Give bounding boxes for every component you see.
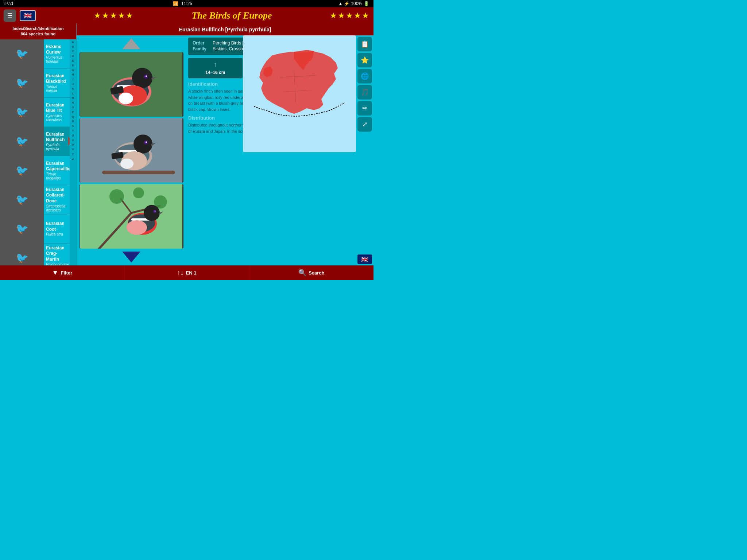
filter-button[interactable]: ▼ Filter [0,265,125,280]
favorites-button[interactable]: ⭐ [357,53,372,67]
bird-photo-1 [80,52,183,117]
bird-thumb-emoji: 🐦 [0,97,44,127]
stars-right: ★★★★★ [330,11,370,20]
device-label: iPad [4,1,13,6]
alphabet-letter[interactable]: I [73,77,73,82]
bird-latin-name: Cyanistes caeruleus [46,114,67,122]
alphabet-letter[interactable]: M [72,96,74,101]
stars-left: ★★★★★ [94,11,134,20]
alphabet-letter[interactable]: B [72,45,74,50]
svg-point-37 [155,210,156,211]
alphabet-letter[interactable]: R [72,119,74,124]
app-title: The Birds of Europe [191,10,272,21]
bird-thumbnail: 🐦 [0,185,44,214]
alphabet-letter[interactable]: N [72,101,74,105]
bird-list-item[interactable]: 🐦 Eurasian Capercaillie Tetrao urogallus [0,156,70,185]
alphabet-letter[interactable]: K [72,87,74,92]
bird-list-item[interactable]: 🐦 Eurasian Collared-Dove Streptopelia de… [0,185,70,214]
menu-button[interactable]: ☰ [4,9,16,22]
sort-label: EN 1 [186,270,197,276]
sort-button[interactable]: ↑↓ EN 1 [125,265,249,280]
alphabet-letter[interactable]: P [72,110,74,115]
alphabet-letter[interactable]: G [72,68,74,73]
svg-point-6 [119,93,133,104]
svg-point-27 [109,189,124,204]
alphabet-letter[interactable]: Q [72,115,74,120]
bottom-toolbar: ▼ Filter ↑↓ EN 1 🔍 Search [0,265,374,280]
bird-info: Eurasian Blue Tit Cyanistes caeruleus [44,101,70,123]
sounds-button[interactable]: 🎵 [357,85,372,100]
alphabet-letter[interactable]: A [72,40,74,45]
bird-common-name: Eurasian Coot [46,221,67,232]
bird-common-name: Eurasian Crag-Martin [46,245,69,262]
alphabet-letter[interactable]: J [72,82,74,87]
bird-thumbnail: 🐦 [0,127,44,156]
map-overlay: nesting areas boundary of wintering area [243,35,356,152]
bird-photo-3 [80,184,183,249]
left-panel: Index/Search/Identification 864 species … [0,24,77,265]
bird-list-item[interactable]: 🐦 Eurasian Bullfinch Pyrrhula pyrrhula [0,127,70,156]
alphabet-letter[interactable]: E [72,59,74,63]
alphabet-letter[interactable]: Z [72,157,74,162]
wifi-icon: 📶 [173,1,178,6]
alphabet-letter[interactable]: F [72,63,74,68]
bird-list: 🐦 Eskimo Curlew Numenius borealis 🐦 Eura… [0,39,70,265]
bird-common-name: Eurasian Capercaillie [46,161,70,172]
search-header-line1: Index/Search/Identification [1,26,75,31]
search-button[interactable]: 🔍 Search [249,265,374,280]
alphabet-letter[interactable]: D [72,54,74,59]
height-value: 14–16 cm [190,70,241,75]
search-label: Search [309,270,324,276]
bird-photo-2 [80,118,183,183]
bird-thumb-emoji: 🐦 [0,156,44,185]
alphabet-letter[interactable]: X [72,147,74,152]
bird-list-item[interactable]: 🐦 Eurasian Blue Tit Cyanistes caeruleus [0,98,70,127]
bird-latin-name: Streptopelia decaocto [46,204,67,212]
bird-list-item[interactable]: 🐦 Eurasian Coot Fulica atra [0,214,70,244]
alphabet-letter[interactable]: L [72,92,74,96]
detail-body: Order Perching Birds [Passeriformes] Fam… [77,35,374,265]
alphabet-letter[interactable]: V [72,138,74,143]
language-flag[interactable]: 🇬🇧 [20,10,36,21]
alphabet-letter[interactable]: H [72,73,74,77]
detail-header: Eurasian Bullfinch [Pyrrhula pyrrhula] [77,24,374,35]
measure-height: ↑ 14–16 cm [188,58,243,78]
bird-common-name: Eurasian Collared-Dove [46,187,67,204]
bird-latin-name: Tetrao urogallus [46,172,70,180]
bird-thumb-emoji: 🐦 [0,68,44,97]
svg-point-18 [120,159,133,169]
family-label: Family [193,46,213,51]
alphabet-letter[interactable]: Y [72,152,74,157]
order-label: Order [193,40,213,46]
bird-common-name: Eurasian Blue Tit [46,102,67,114]
bird-latin-name: Fulica atra [46,232,67,236]
alphabet-nav[interactable]: ABCDEFGHIJKLMNOPQRSTUVWXYZ [70,39,76,265]
status-bar: iPad 📶 11:25 ▲ ⚡ 100% 🔋 [0,0,374,7]
svg-point-4 [132,68,152,88]
bird-latin-name: Pyrrhula pyrrhula [46,143,67,151]
search-header-line2: 864 species found [1,31,75,37]
photo-nav-down[interactable] [122,252,140,262]
bird-list-item[interactable]: 🐦 Eskimo Curlew Numenius borealis [0,39,70,69]
map-button[interactable]: 🌐 [357,69,372,83]
notes-button[interactable]: 📋 [357,37,372,51]
photos-column [77,35,186,265]
svg-point-33 [144,205,160,221]
bird-list-item[interactable]: 🐦 Eurasian Blackbird Turdus merula [0,69,70,98]
bird-list-item[interactable]: 🐦 Eurasian Crag-Martin Ptyonoprogne rupe… [0,244,70,265]
alphabet-letter[interactable]: T [72,129,74,133]
sidebar-flag[interactable]: 🇬🇧 [357,254,372,264]
alphabet-letter[interactable]: O [72,105,74,110]
time-display: 11:25 [181,1,192,6]
alphabet-letter[interactable]: S [72,124,74,129]
compare-button[interactable]: ⤢ [357,117,372,132]
edit-button[interactable]: ✏ [357,101,372,116]
bird-common-name: Eurasian Blackbird [46,73,67,85]
alphabet-letter[interactable]: C [72,49,74,54]
alphabet-letter[interactable]: U [72,133,74,138]
alphabet-letter[interactable]: W [71,143,74,147]
bird-info: Eurasian Crag-Martin Ptyonoprogne rupest… [44,244,70,265]
active-indicator [68,137,70,145]
photo-nav-up[interactable] [122,38,140,49]
sort-icon: ↑↓ [177,269,184,277]
